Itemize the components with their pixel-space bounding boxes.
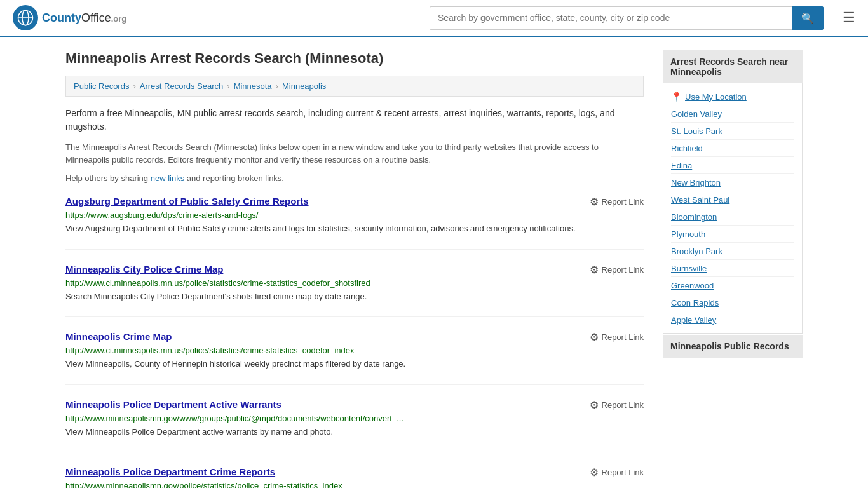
list-item: New Brighton [671,174,794,191]
list-item: Bloomington [671,208,794,226]
breadcrumb-link-0[interactable]: Public Records [74,81,129,91]
result-title-row: Minneapolis Police Department Crime Repo… [65,466,644,478]
result-desc-1: Search Minneapolis City Police Departmen… [65,290,644,303]
breadcrumb-sep-2: › [276,81,278,91]
report-link-3[interactable]: ⚙ Report Link [590,399,644,411]
result-item: Minneapolis Police Department Active War… [65,399,644,453]
search-bar: 🔍 [430,6,824,30]
left-column: Minneapolis Arrest Records Search (Minne… [65,50,644,488]
report-icon: ⚙ [590,264,599,276]
report-icon: ⚙ [590,466,599,478]
sidebar-nearby-links: 📍 Use My Location Golden Valley St. Loui… [663,83,803,334]
location-pin-icon: 📍 [671,92,682,102]
right-sidebar: Arrest Records Search near Minneapolis 📍… [663,50,803,488]
list-item: Brooklyn Park [671,243,794,260]
sidebar-link-brooklyn-park[interactable]: Brooklyn Park [671,247,722,256]
search-input[interactable] [430,6,792,30]
breadcrumb-sep-1: › [227,81,229,91]
result-title-row: Minneapolis Police Department Active War… [65,399,644,411]
sidebar-link-st-louis-park[interactable]: St. Louis Park [671,126,722,136]
list-item: Coon Rapids [671,294,794,311]
sidebar-public-records-header: Minneapolis Public Records [663,335,803,358]
search-button[interactable]: 🔍 [792,6,824,30]
sidebar-link-bloomington[interactable]: Bloomington [671,212,717,222]
result-url-3: http://www.minneapolismn.gov/www/groups/… [65,414,644,423]
result-title-row: Minneapolis City Police Crime Map ⚙ Repo… [65,264,644,276]
sidebar-link-golden-valley[interactable]: Golden Valley [671,109,722,119]
desc3-suffix: and reporting broken links. [184,173,284,183]
result-item: Minneapolis Police Department Crime Repo… [65,466,644,488]
result-desc-2: View Minneapolis, County of Hennepin his… [65,358,644,370]
list-item: St. Louis Park [671,123,794,140]
desc3-prefix: Help others by sharing [65,173,151,183]
result-title-row: Augsburg Department of Public Safety Cri… [65,196,644,208]
result-url-1: http://www.ci.minneapolis.mn.us/police/s… [65,278,644,288]
breadcrumb-link-1[interactable]: Arrest Records Search [140,81,224,91]
breadcrumb-link-3[interactable]: Minneapolis [282,81,326,91]
list-item: Apple Valley [671,311,794,328]
result-url-2: http://www.ci.minneapolis.mn.us/police/s… [65,346,644,355]
report-icon: ⚙ [590,399,599,411]
sidebar-link-greenwood[interactable]: Greenwood [671,281,714,290]
report-link-label: Report Link [602,197,644,207]
sidebar-link-west-saint-paul[interactable]: West Saint Paul [671,195,729,205]
use-location-item: 📍 Use My Location [671,88,794,105]
report-icon: ⚙ [590,331,599,343]
result-title-row: Minneapolis Crime Map ⚙ Report Link [65,331,644,343]
report-link-2[interactable]: ⚙ Report Link [590,331,644,343]
sidebar-link-apple-valley[interactable]: Apple Valley [671,315,716,325]
use-location-link[interactable]: Use My Location [685,92,747,102]
list-item: Richfield [671,140,794,157]
list-item: Edina [671,157,794,174]
logo-icon [13,5,38,30]
report-link-4[interactable]: ⚙ Report Link [590,466,644,478]
list-item: Greenwood [671,277,794,294]
result-link-3[interactable]: Minneapolis Police Department Active War… [65,399,281,410]
list-item: West Saint Paul [671,191,794,208]
logo[interactable]: CountyOffice.org [13,5,126,30]
sidebar-link-plymouth[interactable]: Plymouth [671,229,705,239]
result-link-2[interactable]: Minneapolis Crime Map [65,331,172,342]
report-link-0[interactable]: ⚙ Report Link [590,196,644,208]
sidebar-nearby-header: Arrest Records Search near Minneapolis [663,50,803,83]
hamburger-icon: ☰ [843,10,855,25]
list-item: Burnsville [671,260,794,277]
new-links-link[interactable]: new links [151,173,184,183]
breadcrumb-sep-0: › [133,81,135,91]
report-link-1[interactable]: ⚙ Report Link [590,264,644,276]
result-item: Minneapolis Crime Map ⚙ Report Link http… [65,331,644,385]
site-header: CountyOffice.org 🔍 ☰ [0,0,868,37]
report-link-label: Report Link [602,400,644,410]
result-link-4[interactable]: Minneapolis Police Department Crime Repo… [65,466,275,477]
result-desc-0: View Augsburg Department of Public Safet… [65,222,644,235]
main-content: Minneapolis Arrest Records Search (Minne… [53,37,815,488]
sidebar-link-edina[interactable]: Edina [671,161,692,170]
results-list: Augsburg Department of Public Safety Cri… [65,196,644,488]
report-icon: ⚙ [590,196,599,208]
logo-text: CountyOffice.org [42,11,126,25]
report-link-label: Report Link [602,265,644,274]
description-1: Perform a free Minneapolis, MN public ar… [65,107,644,133]
breadcrumb-link-2[interactable]: Minnesota [234,81,272,91]
result-desc-3: View Minneapolis Police Department activ… [65,426,644,438]
report-link-label: Report Link [602,332,644,342]
result-link-1[interactable]: Minneapolis City Police Crime Map [65,264,223,274]
report-link-label: Report Link [602,468,644,477]
result-link-0[interactable]: Augsburg Department of Public Safety Cri… [65,196,309,207]
menu-button[interactable]: ☰ [843,10,855,26]
result-url-4: http://www.minneapolismn.gov/police/stat… [65,481,644,488]
sidebar-link-coon-rapids[interactable]: Coon Rapids [671,298,719,308]
breadcrumb: Public Records › Arrest Records Search ›… [65,76,644,97]
description-3: Help others by sharing new links and rep… [65,173,644,183]
result-item: Augsburg Department of Public Safety Cri… [65,196,644,250]
result-url-0: https://www.augsburg.edu/dps/crime-alert… [65,210,644,220]
sidebar-link-burnsville[interactable]: Burnsville [671,264,707,273]
page-title: Minneapolis Arrest Records Search (Minne… [65,50,644,67]
sidebar-link-richfield[interactable]: Richfield [671,144,703,153]
description-2: The Minneapolis Arrest Records Search (M… [65,141,644,166]
result-item: Minneapolis City Police Crime Map ⚙ Repo… [65,264,644,318]
list-item: Plymouth [671,226,794,243]
search-icon: 🔍 [801,13,814,24]
list-item: Golden Valley [671,105,794,123]
sidebar-link-new-brighton[interactable]: New Brighton [671,178,721,187]
